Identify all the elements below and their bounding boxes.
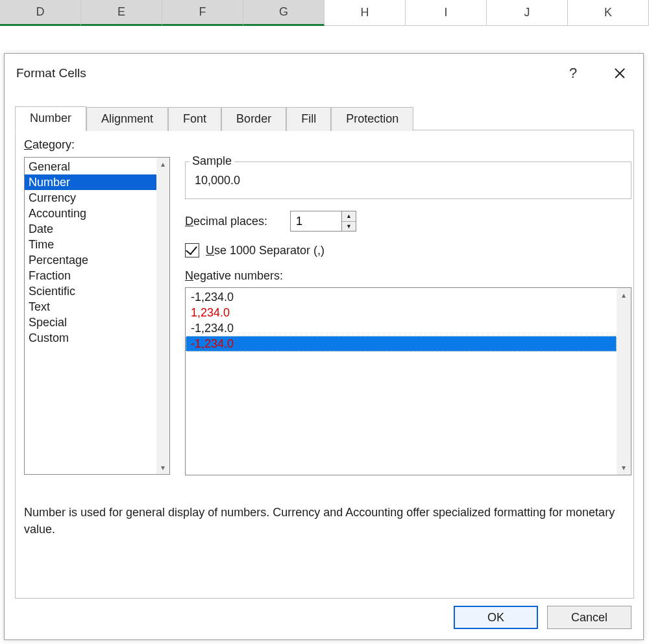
- dialog-footer: OK Cancel: [454, 606, 631, 629]
- scroll-up-icon[interactable]: [156, 158, 169, 171]
- tab-fill[interactable]: Fill: [286, 107, 331, 131]
- dialog-titlebar: Format Cells ?: [5, 54, 643, 93]
- tab-protection[interactable]: Protection: [331, 107, 413, 131]
- ok-button[interactable]: OK: [454, 606, 538, 629]
- thousand-separator-label: Use 1000 Separator (,): [206, 244, 324, 257]
- column-header-e[interactable]: E: [81, 0, 162, 26]
- tab-number[interactable]: Number: [15, 106, 86, 131]
- column-header-row: DEFGHIJK: [0, 0, 649, 26]
- tab-border[interactable]: Border: [221, 107, 286, 131]
- negative-scrollbar[interactable]: [617, 288, 631, 475]
- negative-option-1[interactable]: 1,234.0: [186, 305, 617, 320]
- thousand-separator-checkbox[interactable]: [185, 243, 199, 257]
- sample-value: 10,000.0: [195, 174, 240, 187]
- column-header-j[interactable]: J: [487, 0, 568, 25]
- negative-option-0[interactable]: -1,234.0: [186, 289, 617, 305]
- scroll-up-icon[interactable]: [617, 288, 631, 302]
- negative-option-3[interactable]: -1,234.0: [186, 336, 617, 352]
- spinner-up-button[interactable]: ▲: [342, 211, 356, 222]
- category-item-text[interactable]: Text: [25, 299, 156, 315]
- category-listbox[interactable]: GeneralNumberCurrencyAccountingDateTimeP…: [24, 157, 170, 475]
- category-item-accounting[interactable]: Accounting: [25, 206, 156, 221]
- column-header-g[interactable]: G: [243, 0, 324, 26]
- decimal-places-input[interactable]: [290, 211, 342, 232]
- category-description: Number is used for general display of nu…: [24, 504, 621, 538]
- dialog-title: Format Cells: [16, 66, 556, 80]
- category-item-fraction[interactable]: Fraction: [25, 268, 156, 283]
- category-item-date[interactable]: Date: [25, 221, 156, 237]
- category-scrollbar[interactable]: [156, 158, 169, 474]
- scroll-down-icon[interactable]: [617, 460, 631, 475]
- category-item-special[interactable]: Special: [25, 315, 156, 330]
- tab-alignment[interactable]: Alignment: [86, 107, 168, 131]
- negative-numbers-listbox[interactable]: -1,234.01,234.0-1,234.0-1,234.0: [185, 287, 631, 475]
- category-item-general[interactable]: General: [25, 159, 156, 174]
- column-header-f[interactable]: F: [162, 0, 243, 26]
- category-item-scientific[interactable]: Scientific: [25, 283, 156, 299]
- thousand-separator-row[interactable]: Use 1000 Separator (,): [185, 243, 324, 257]
- category-item-currency[interactable]: Currency: [25, 190, 156, 206]
- decimal-places-label: Decimal places:: [185, 215, 267, 228]
- category-item-percentage[interactable]: Percentage: [25, 252, 156, 268]
- close-button[interactable]: [603, 59, 637, 88]
- close-icon: [613, 67, 626, 80]
- format-cells-dialog: Format Cells ? NumberAlignmentFontBorder…: [4, 53, 644, 640]
- cancel-button[interactable]: Cancel: [547, 606, 631, 629]
- category-item-custom[interactable]: Custom: [25, 330, 156, 346]
- negative-numbers-label: Negative numbers:: [185, 269, 283, 283]
- category-item-time[interactable]: Time: [25, 237, 156, 252]
- scroll-down-icon[interactable]: [156, 461, 169, 474]
- help-button[interactable]: ?: [556, 59, 590, 88]
- column-header-h[interactable]: H: [324, 0, 406, 25]
- spinner-down-button[interactable]: ▼: [342, 222, 356, 232]
- column-header-k[interactable]: K: [568, 0, 649, 25]
- negative-option-2[interactable]: -1,234.0: [186, 320, 617, 336]
- column-header-d[interactable]: D: [0, 0, 81, 26]
- sample-label: Sample: [190, 154, 234, 168]
- sample-groupbox: Sample 10,000.0: [185, 161, 631, 199]
- category-label: Category:: [24, 138, 75, 152]
- decimal-places-spinner[interactable]: ▲ ▼: [290, 211, 356, 232]
- spinner-buttons: ▲ ▼: [342, 211, 356, 232]
- category-item-number[interactable]: Number: [25, 174, 156, 190]
- tab-font[interactable]: Font: [168, 107, 221, 131]
- tab-strip: NumberAlignmentFontBorderFillProtection: [15, 104, 413, 130]
- column-header-i[interactable]: I: [406, 0, 487, 25]
